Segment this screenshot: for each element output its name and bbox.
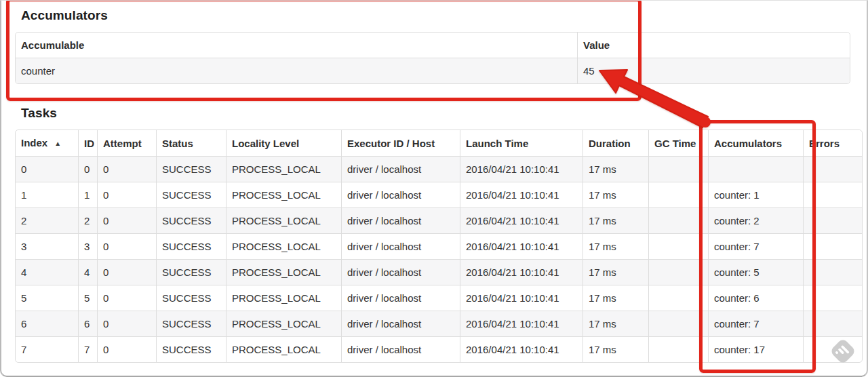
task-cell-status-0: SUCCESS [156, 156, 226, 182]
task-cell-launch-time-0: 2016/04/21 10:10:41 [460, 156, 583, 182]
task-col-header-duration[interactable]: Duration [583, 130, 648, 156]
spark-ui-page: Accumulators AccumulableValue counter45 … [0, 0, 868, 377]
task-cell-accumulators-5: counter: 6 [708, 285, 803, 311]
task-cell-status-2: SUCCESS [156, 207, 226, 233]
task-cell-accumulators-1: counter: 1 [708, 182, 803, 207]
task-cell-executor-id-host-0: driver / localhost [341, 156, 460, 182]
accumulators-section-title: Accumulators [21, 8, 863, 22]
task-row-0: 000SUCCESSPROCESS_LOCALdriver / localhos… [16, 156, 862, 182]
task-cell-locality-level-0: PROCESS_LOCAL [226, 156, 341, 182]
task-cell-attempt-5: 0 [97, 285, 156, 311]
task-cell-id-4: 4 [78, 259, 97, 285]
task-cell-launch-time-7: 2016/04/21 10:10:41 [460, 336, 583, 362]
task-cell-accumulators-7: counter: 17 [708, 336, 803, 362]
task-row-5: 550SUCCESSPROCESS_LOCALdriver / localhos… [16, 285, 862, 311]
task-cell-index-1: 1 [16, 182, 78, 207]
task-cell-attempt-3: 0 [97, 233, 156, 259]
task-cell-status-3: SUCCESS [156, 233, 226, 259]
task-col-header-label: Errors [809, 138, 840, 149]
task-cell-index-7: 7 [16, 336, 78, 362]
task-cell-attempt-6: 0 [97, 311, 156, 336]
task-cell-duration-5: 17 ms [583, 285, 648, 311]
task-cell-duration-7: 17 ms [583, 336, 648, 362]
task-cell-attempt-0: 0 [97, 156, 156, 182]
task-cell-errors-7 [803, 336, 862, 362]
page-content: Accumulators AccumulableValue counter45 … [15, 8, 863, 363]
sort-ascending-icon: ▲ [54, 140, 61, 147]
task-cell-id-0: 0 [78, 156, 97, 182]
task-cell-duration-6: 17 ms [583, 311, 648, 336]
task-col-header-gc-time[interactable]: GC Time [648, 130, 708, 156]
task-cell-executor-id-host-6: driver / localhost [341, 311, 460, 336]
tasks-table-body: 000SUCCESSPROCESS_LOCALdriver / localhos… [16, 156, 862, 362]
task-cell-accumulators-2: counter: 2 [708, 207, 803, 233]
task-cell-gc-time-7 [648, 336, 708, 362]
accumulable-row-0: counter45 [16, 58, 850, 83]
task-col-header-id[interactable]: ID [78, 130, 97, 156]
task-cell-locality-level-7: PROCESS_LOCAL [226, 336, 341, 362]
accumulable-col-header-accumulable: Accumulable [16, 33, 577, 58]
task-cell-locality-level-1: PROCESS_LOCAL [226, 182, 341, 207]
task-col-header-label: Accumulators [714, 138, 782, 149]
task-cell-duration-1: 17 ms [583, 182, 648, 207]
task-cell-status-7: SUCCESS [156, 336, 226, 362]
task-cell-gc-time-6 [648, 311, 708, 336]
task-cell-executor-id-host-1: driver / localhost [341, 182, 460, 207]
task-cell-duration-3: 17 ms [583, 233, 648, 259]
task-col-header-label: ID [84, 138, 94, 149]
task-col-header-label: Locality Level [232, 138, 299, 149]
task-cell-executor-id-host-5: driver / localhost [341, 285, 460, 311]
task-col-header-attempt[interactable]: Attempt [97, 130, 156, 156]
task-cell-executor-id-host-4: driver / localhost [341, 259, 460, 285]
accumulable-col-header-label: Value [583, 39, 610, 51]
task-cell-id-6: 6 [78, 311, 97, 336]
task-cell-id-3: 3 [78, 233, 97, 259]
task-row-4: 440SUCCESSPROCESS_LOCALdriver / localhos… [16, 259, 862, 285]
accumulators-table-body: counter45 [16, 58, 850, 83]
task-col-header-accumulators[interactable]: Accumulators [708, 130, 803, 156]
task-col-header-label: Duration [589, 138, 631, 149]
task-cell-index-6: 6 [16, 311, 78, 336]
task-col-header-status[interactable]: Status [156, 130, 226, 156]
task-cell-gc-time-5 [648, 285, 708, 311]
task-cell-index-2: 2 [16, 207, 78, 233]
task-col-header-errors[interactable]: Errors [803, 130, 862, 156]
task-cell-gc-time-1 [648, 182, 708, 207]
task-cell-attempt-2: 0 [97, 207, 156, 233]
task-cell-accumulators-3: counter: 7 [708, 233, 803, 259]
task-cell-launch-time-3: 2016/04/21 10:10:41 [460, 233, 583, 259]
task-cell-locality-level-6: PROCESS_LOCAL [226, 311, 341, 336]
task-row-1: 110SUCCESSPROCESS_LOCALdriver / localhos… [16, 182, 862, 207]
task-cell-executor-id-host-3: driver / localhost [341, 233, 460, 259]
task-col-header-locality-level[interactable]: Locality Level [226, 130, 341, 156]
task-cell-errors-2 [803, 207, 862, 233]
task-row-2: 220SUCCESSPROCESS_LOCALdriver / localhos… [16, 207, 862, 233]
task-cell-attempt-1: 0 [97, 182, 156, 207]
task-cell-id-7: 7 [78, 336, 97, 362]
task-col-header-label: Launch Time [466, 138, 528, 149]
task-cell-attempt-4: 0 [97, 259, 156, 285]
task-col-header-index[interactable]: Index▲ [16, 130, 78, 156]
task-cell-errors-6 [803, 311, 862, 336]
task-cell-status-6: SUCCESS [156, 311, 226, 336]
task-cell-id-1: 1 [78, 182, 97, 207]
task-cell-executor-id-host-2: driver / localhost [341, 207, 460, 233]
task-col-header-label: GC Time [654, 138, 696, 149]
task-cell-executor-id-host-7: driver / localhost [341, 336, 460, 362]
task-cell-index-0: 0 [16, 156, 78, 182]
task-cell-locality-level-5: PROCESS_LOCAL [226, 285, 341, 311]
task-col-header-label: Index [21, 137, 47, 148]
task-col-header-executor-id-host[interactable]: Executor ID / Host [341, 130, 460, 156]
task-cell-duration-4: 17 ms [583, 259, 648, 285]
task-col-header-label: Attempt [103, 138, 142, 149]
task-cell-index-5: 5 [16, 285, 78, 311]
task-cell-accumulators-6: counter: 7 [708, 311, 803, 336]
task-cell-gc-time-0 [648, 156, 708, 182]
task-cell-locality-level-2: PROCESS_LOCAL [226, 207, 341, 233]
task-col-header-launch-time[interactable]: Launch Time [460, 130, 583, 156]
task-cell-id-2: 2 [78, 207, 97, 233]
task-cell-duration-2: 17 ms [583, 207, 648, 233]
task-row-6: 660SUCCESSPROCESS_LOCALdriver / localhos… [16, 311, 862, 336]
task-row-7: 770SUCCESSPROCESS_LOCALdriver / localhos… [16, 336, 862, 362]
task-cell-index-4: 4 [16, 259, 78, 285]
